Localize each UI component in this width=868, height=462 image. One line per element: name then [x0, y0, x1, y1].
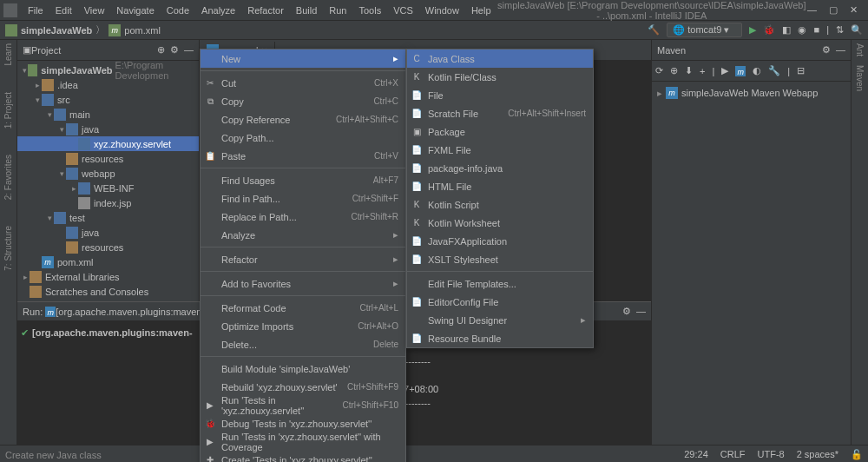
wrench-icon[interactable]: 🔧 — [768, 65, 780, 76]
run-icon[interactable]: ▶ — [749, 24, 756, 36]
menu-item[interactable]: 📄FXML File — [407, 141, 593, 159]
run-config-combo[interactable]: 🌐 tomcat9 ▾ — [667, 23, 742, 37]
menu-item[interactable]: 📄XSLT Stylesheet — [407, 250, 593, 268]
menu-tools[interactable]: Tools — [353, 3, 386, 17]
add-icon[interactable]: + — [700, 66, 705, 76]
menu-item[interactable]: Copy ReferenceCtrl+Alt+Shift+C — [201, 110, 405, 129]
menu-item[interactable]: CJava Class — [407, 50, 593, 68]
lock-icon[interactable]: 🔓 — [851, 449, 863, 460]
menu-item[interactable]: KKotlin Worksheet — [407, 214, 593, 232]
tree-node[interactable]: ▾main — [17, 107, 199, 122]
menu-item[interactable]: Optimize ImportsCtrl+Alt+O — [201, 317, 405, 335]
menu-view[interactable]: View — [79, 3, 110, 17]
debug-icon[interactable]: 🐞 — [763, 24, 775, 36]
tree-root[interactable]: ▾simpleJavaWeb E:\Program Developmen — [17, 63, 199, 77]
refresh-icon[interactable]: ⟳ — [655, 65, 663, 76]
search-icon[interactable]: 🔍 — [851, 24, 863, 36]
menu-item[interactable]: ▶Run 'Tests in 'xyz.zhouxy.servlet'' wit… — [201, 432, 405, 451]
gear-icon[interactable]: ⚙ — [622, 306, 631, 317]
menu-vcs[interactable]: VCS — [388, 3, 418, 17]
rail-tab[interactable]: Ant — [855, 43, 865, 56]
hide-icon[interactable]: — — [636, 306, 646, 317]
tree-node[interactable]: java — [17, 225, 199, 240]
menu-analyze[interactable]: Analyze — [196, 3, 240, 17]
menu-item[interactable]: 📄EditorConfig File — [407, 293, 593, 311]
menu-item[interactable]: Reformat CodeCtrl+Alt+L — [201, 299, 405, 317]
menu-item[interactable]: Add to Favorites▸ — [201, 274, 405, 293]
menu-window[interactable]: Window — [420, 3, 464, 17]
menu-item[interactable]: 📄package-info.java — [407, 159, 593, 177]
menu-item[interactable]: Refactor▸ — [201, 250, 405, 268]
menu-item[interactable]: Analyze▸ — [201, 226, 405, 244]
menu-item[interactable]: Copy Path... — [201, 129, 405, 147]
menu-item[interactable]: 📄HTML File — [407, 177, 593, 195]
tree-node[interactable]: ▾java — [17, 122, 199, 136]
gear-icon[interactable]: ⚙ — [822, 44, 831, 56]
tree-node[interactable]: ▾test — [17, 210, 199, 225]
menu-help[interactable]: Help — [466, 3, 496, 17]
menu-navigate[interactable]: Navigate — [111, 3, 159, 17]
tree-node[interactable]: ▸WEB-INF — [17, 181, 199, 195]
tree-node[interactable]: xyz.zhouxy.servlet — [17, 136, 199, 151]
profile-icon[interactable]: ◉ — [798, 24, 806, 36]
close-icon[interactable]: ✕ — [850, 4, 858, 16]
generate-icon[interactable]: ⊕ — [670, 65, 678, 76]
build-icon[interactable]: 🔨 — [648, 24, 660, 36]
menu-item[interactable]: Edit File Templates... — [407, 274, 593, 293]
tree-node[interactable]: resources — [17, 240, 199, 254]
menu-item[interactable]: Find in Path...Ctrl+Shift+F — [201, 189, 405, 208]
menu-item[interactable]: 📋PasteCtrl+V — [201, 147, 405, 165]
collapse-icon[interactable]: ⊟ — [797, 65, 805, 76]
menu-edit[interactable]: Edit — [50, 3, 77, 17]
download-icon[interactable]: ⬇ — [685, 65, 693, 76]
run-tree[interactable]: ✔[org.apache.maven.plugins:maven- — [17, 321, 226, 445]
maximize-icon[interactable]: ▢ — [829, 4, 838, 16]
caret-position[interactable]: 29:24 — [684, 449, 708, 460]
menu-item[interactable]: ▶Run 'Tests in 'xyz.zhouxy.servlet''Ctrl… — [201, 396, 405, 414]
run-icon[interactable]: ▶ — [721, 65, 728, 76]
hide-icon[interactable]: — — [184, 44, 194, 56]
menu-item[interactable]: 📄Resource Bundle — [407, 329, 593, 347]
menu-item[interactable]: 📄JavaFXApplication — [407, 232, 593, 250]
gear-icon[interactable]: ⚙ — [170, 44, 179, 56]
new-submenu[interactable]: CJava ClassKKotlin File/Class📄File📄Scrat… — [406, 49, 594, 348]
hide-icon[interactable]: — — [836, 44, 845, 56]
breadcrumb[interactable]: simpleJavaWeb 〉 m pom.xml — [5, 23, 161, 36]
line-separator[interactable]: CRLF — [720, 449, 746, 460]
menu-item[interactable]: ✂CutCtrl+X — [201, 74, 405, 92]
menu-build[interactable]: Build — [291, 3, 322, 17]
menu-code[interactable]: Code — [161, 3, 194, 17]
tree-node[interactable]: ▾webapp — [17, 166, 199, 181]
menu-item[interactable]: Find UsagesAlt+F7 — [201, 171, 405, 189]
menu-item[interactable]: Rebuild 'xyz.zhouxy.servlet'Ctrl+Shift+F… — [201, 378, 405, 396]
menu-item[interactable]: ▣Package — [407, 122, 593, 141]
context-menu[interactable]: New▸✂CutCtrl+X⧉CopyCtrl+CCopy ReferenceC… — [200, 49, 406, 462]
rail-tab[interactable]: Maven — [855, 65, 865, 91]
tree-node[interactable]: resources — [17, 151, 199, 166]
stop-icon[interactable]: ■ — [813, 24, 819, 36]
tree-node[interactable]: Scratches and Consoles — [17, 284, 199, 299]
git-icon[interactable]: ⇅ — [836, 24, 844, 36]
collapse-icon[interactable]: ⊕ — [157, 44, 165, 56]
coverage-icon[interactable]: ◧ — [782, 24, 791, 36]
indent-info[interactable]: 2 spaces* — [797, 449, 838, 460]
menu-item[interactable]: ✚Create 'Tests in 'xyz.zhouxy.servlet''.… — [201, 451, 405, 462]
menu-item[interactable]: 📄File — [407, 86, 593, 104]
menu-file[interactable]: File — [23, 3, 49, 17]
maven-tree[interactable]: ▸msimpleJavaWeb Maven Webapp — [652, 82, 851, 104]
menu-run[interactable]: Run — [324, 3, 352, 17]
tree-node[interactable]: ▾src — [17, 92, 199, 107]
rail-tab[interactable]: 2: Favorites — [3, 155, 13, 200]
menu-item[interactable]: ⧉CopyCtrl+C — [201, 92, 405, 110]
tree-node[interactable]: index.jsp — [17, 195, 199, 210]
menu-item[interactable]: Replace in Path...Ctrl+Shift+R — [201, 208, 405, 226]
minimize-icon[interactable]: — — [807, 4, 817, 16]
menu-item[interactable]: KKotlin Script — [407, 195, 593, 214]
file-encoding[interactable]: UTF-8 — [758, 449, 785, 460]
menu-item[interactable]: Swing UI Designer▸ — [407, 311, 593, 329]
menu-item[interactable]: Build Module 'simpleJavaWeb' — [201, 360, 405, 378]
menu-item[interactable]: 📄Scratch FileCtrl+Alt+Shift+Insert — [407, 104, 593, 122]
menu-refactor[interactable]: Refactor — [242, 3, 289, 17]
toggle-icon[interactable]: ◐ — [753, 65, 761, 76]
tree-node[interactable]: ▸External Libraries — [17, 269, 199, 284]
